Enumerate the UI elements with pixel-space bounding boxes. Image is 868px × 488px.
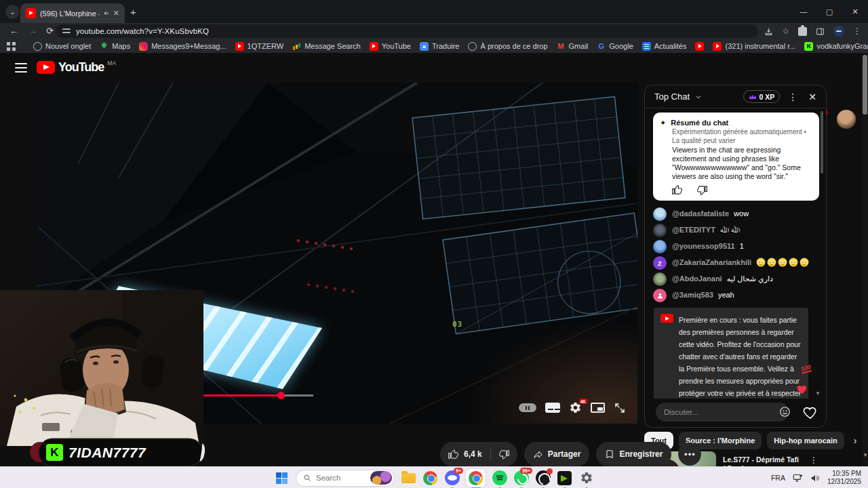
window-close-icon[interactable]: ✕ xyxy=(842,7,868,16)
chips-next-icon[interactable]: › xyxy=(854,435,857,446)
volume-icon[interactable] xyxy=(810,474,820,483)
xp-badge[interactable]: 0 XP xyxy=(743,90,781,103)
chat-message[interactable]: @AbdoJananiداري شحال ليه xyxy=(645,271,826,287)
avatar[interactable] xyxy=(653,240,667,253)
chat-messages-list[interactable]: ✦ Résumé du chat Expérimentation générée… xyxy=(645,108,826,399)
bookmark-actualites[interactable]: Actualités xyxy=(642,42,687,51)
explorer-icon[interactable] xyxy=(401,470,416,486)
chat-mode-selector[interactable]: Top Chat xyxy=(654,92,690,102)
back-icon[interactable]: ← xyxy=(9,25,18,37)
extensions-puzzle-icon[interactable] xyxy=(798,27,807,36)
settings-button[interactable]: 4K xyxy=(569,401,582,414)
chat-message[interactable]: @dadasfatalistewow xyxy=(645,206,826,222)
progress-scrubber[interactable] xyxy=(277,392,285,399)
chrome-menu-icon[interactable]: ⋮ xyxy=(853,26,861,36)
miniplayer-icon[interactable] xyxy=(591,403,605,413)
chevron-down-icon[interactable] xyxy=(695,94,702,100)
autoplay-toggle[interactable] xyxy=(519,403,536,412)
scrollbar-thumb[interactable] xyxy=(863,55,867,115)
avatar[interactable] xyxy=(653,272,667,286)
chrome-icon[interactable] xyxy=(422,470,438,486)
subtitles-icon[interactable] xyxy=(545,403,560,413)
heart-reaction-button[interactable] xyxy=(803,405,818,419)
bookmark-star-icon[interactable]: ☆ xyxy=(782,26,789,36)
scroll-down-icon[interactable]: ▼ xyxy=(815,390,821,396)
bookmark-message-search[interactable]: Message Search xyxy=(292,42,361,51)
chat-message[interactable]: @ETEDITYTﷲ ﷲ xyxy=(645,222,826,239)
fullscreen-icon[interactable] xyxy=(614,402,626,414)
more-actions-button[interactable]: ••• xyxy=(678,443,701,466)
dislike-icon[interactable] xyxy=(499,449,509,460)
bookmark-a-propos[interactable]: À propos de ce drop xyxy=(468,42,547,51)
settings-icon[interactable] xyxy=(578,470,594,486)
chat-input[interactable] xyxy=(656,403,789,422)
window-minimize-icon[interactable]: — xyxy=(791,7,816,16)
chat-scrollbar[interactable] xyxy=(821,111,823,174)
window-maximize-icon[interactable]: ▢ xyxy=(816,7,842,16)
avatar[interactable]: Z xyxy=(653,256,667,270)
thumbs-down-icon[interactable] xyxy=(697,185,707,195)
like-icon[interactable] xyxy=(448,449,458,460)
browser-profile-avatar[interactable] xyxy=(833,26,844,37)
emoji-picker-icon[interactable] xyxy=(779,406,791,418)
bookmark-traduire[interactable]: aTraduire xyxy=(420,42,460,51)
thumbs-up-icon[interactable] xyxy=(672,185,682,195)
share-button[interactable]: Partager xyxy=(524,442,590,466)
obs-icon[interactable] xyxy=(535,470,551,486)
url-bar[interactable]: youtube.com/watch?v=Y-XKuSbvbKQ xyxy=(56,24,758,38)
guide-menu-icon[interactable] xyxy=(15,63,27,73)
spotify-icon[interactable] xyxy=(492,470,507,486)
nvidia-icon[interactable] xyxy=(557,470,572,486)
forward-icon[interactable]: → xyxy=(28,25,37,37)
new-tab-button[interactable]: + xyxy=(130,6,136,18)
discord-icon[interactable]: 9+ xyxy=(444,470,460,486)
taskbar-search[interactable] xyxy=(296,470,395,487)
start-button[interactable] xyxy=(274,470,290,486)
chat-message[interactable]: @younessop95111 xyxy=(645,239,826,255)
bookmark-gmail[interactable]: MGmail xyxy=(557,42,589,51)
chat-menu-icon[interactable]: ⋮ xyxy=(785,92,800,102)
bookmark-1qtzerw[interactable]: 1QTZERW xyxy=(235,42,284,51)
save-button[interactable]: Enregistrer xyxy=(596,442,671,466)
language-indicator[interactable]: FRA xyxy=(771,474,785,482)
side-panel-icon[interactable] xyxy=(816,27,825,36)
apps-grid-icon[interactable] xyxy=(7,42,16,51)
recording-badge xyxy=(547,468,553,474)
emoji-row xyxy=(756,258,810,266)
clock[interactable]: 10:35 PM 12/31/2025 xyxy=(827,470,861,486)
reload-icon[interactable]: ⟳ xyxy=(46,25,54,37)
bookmark-maps[interactable]: Maps xyxy=(100,42,130,51)
chat-message[interactable]: Z @ZakariaZahariankhili xyxy=(645,255,826,271)
avatar[interactable] xyxy=(653,289,667,302)
chat-close-icon[interactable]: ✕ xyxy=(806,92,819,102)
tab-audio-icon[interactable] xyxy=(104,9,108,17)
bookmark-youtube-2[interactable] xyxy=(695,42,704,51)
save-icon[interactable] xyxy=(764,27,773,36)
search-highlight-image[interactable] xyxy=(370,471,392,485)
page-scrollbar[interactable]: ▼ xyxy=(862,53,868,466)
chip-hiphop[interactable]: Hip-hop marocain xyxy=(767,432,844,449)
tab-search-button[interactable]: ⌄ xyxy=(5,5,20,19)
browser-tab[interactable]: (596) L'Morphine - PYRO - ✕ xyxy=(20,3,125,23)
like-dislike-pill: 6,4 k xyxy=(440,442,517,466)
scrollbar-down-icon[interactable]: ▼ xyxy=(863,452,868,458)
bookmark-vodkafunky[interactable]: KvodkafunkyGrand T... xyxy=(804,42,868,51)
youtube-logo[interactable]: YouTube MA xyxy=(37,60,116,75)
bookmark-nouvel-onglet[interactable]: Nouvel onglet xyxy=(33,42,91,51)
chat-message[interactable]: @3amiq583yeah xyxy=(645,287,826,304)
whatsapp-icon[interactable]: 99+ xyxy=(513,470,529,486)
avatar[interactable] xyxy=(653,224,667,237)
avatar[interactable] xyxy=(653,207,667,221)
chrome-active-icon[interactable] xyxy=(466,469,486,487)
bookmark-google[interactable]: GGoogle xyxy=(597,42,633,51)
taskbar-search-input[interactable] xyxy=(316,474,366,482)
bookmark-instrumental[interactable]: (321) instrumental r... xyxy=(713,42,795,51)
account-avatar[interactable] xyxy=(837,110,856,129)
network-icon[interactable] xyxy=(793,474,803,483)
tab-close-icon[interactable]: ✕ xyxy=(113,9,119,18)
url-text[interactable]: youtube.com/watch?v=Y-XKuSbvbKQ xyxy=(76,27,209,35)
bookmark-youtube[interactable]: YouTube xyxy=(370,42,411,51)
bookmark-messages[interactable]: Messages9+Messag... xyxy=(139,42,226,51)
summary-body: Viewers in the chat are expressing excit… xyxy=(672,146,812,181)
site-settings-icon[interactable] xyxy=(62,28,71,35)
